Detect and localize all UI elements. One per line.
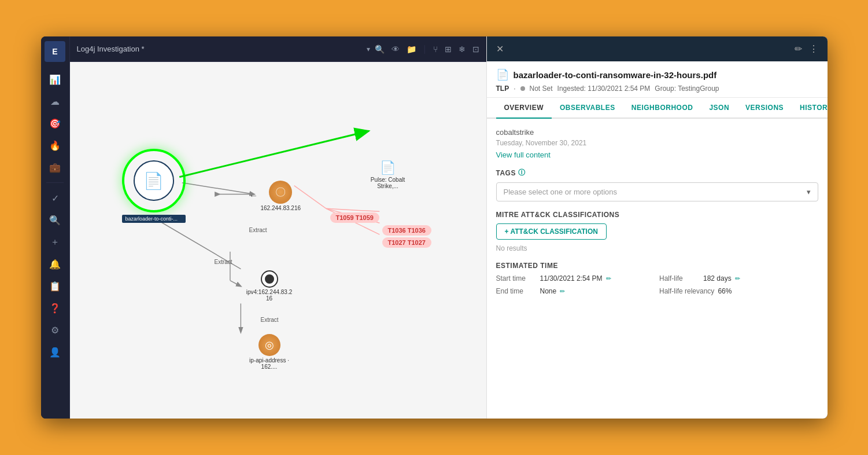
sidebar-item-bell[interactable]: 🔔: [46, 255, 64, 273]
view-full-link[interactable]: View full content: [496, 151, 551, 159]
start-time-val: 11/30/2021 2:54 PM: [540, 274, 603, 282]
sidebar-item-target[interactable]: 🎯: [46, 114, 64, 133]
sidebar-item-briefcase[interactable]: 💼: [46, 158, 64, 177]
panel-action-icons: ✏ ⋮: [795, 43, 818, 54]
pulse-label: Pulse: Cobalt Strike,...: [365, 177, 411, 189]
halflife-row: Half-life 182 days ✏: [659, 274, 818, 282]
panel-tabs: OVERVIEW OBSERVABLES NEIGHBORHOOD JSON V…: [487, 98, 828, 119]
sidebar-item-search[interactable]: 🔍: [46, 211, 64, 229]
main-node-label: bazarloader-to-conti-...: [122, 215, 186, 223]
no-results-text: No results: [496, 244, 818, 252]
end-time-edit-icon[interactable]: ✏: [560, 288, 565, 295]
tab-overview[interactable]: OVERVIEW: [496, 98, 552, 119]
content-date: Tuesday, November 30, 2021: [496, 139, 818, 147]
svg-line-10: [179, 131, 369, 177]
fingerprint-label-1: 162.244.83.216: [261, 205, 301, 211]
filename-text: bazarloader-to-conti-ransomware-in-32-ho…: [514, 70, 717, 80]
sidebar-item-gear[interactable]: ⚙: [46, 321, 64, 339]
ip-api-node[interactable]: ◎ ip-api-address · 162....: [246, 334, 293, 370]
svg-line-0: [182, 183, 254, 195]
extract-label-3: Extract: [261, 317, 279, 323]
fingerprint-icon-1: 〇: [269, 181, 292, 204]
sidebar-item-question[interactable]: ❓: [46, 299, 64, 317]
grid-icon[interactable]: ⊞: [445, 45, 452, 54]
chevron-down-icon: ▾: [807, 188, 811, 196]
search-icon[interactable]: 🔍: [375, 45, 385, 54]
estimated-time-label: Estimated time: [496, 262, 818, 270]
snowflake-icon[interactable]: ❄: [459, 45, 466, 54]
right-panel: ✕ ✏ ⋮ 📄 bazarloader-to-conti-ransomware-…: [486, 36, 828, 419]
mitre-section-label: MITRE ATT&CK classifications: [496, 211, 818, 219]
halflife-relevancy-val: 66%: [718, 287, 732, 295]
end-time-val: None: [540, 287, 557, 295]
sidebar-item-clipboard[interactable]: 📋: [46, 277, 64, 295]
end-time-key: End time: [496, 287, 537, 295]
halflife-edit-icon[interactable]: ✏: [735, 275, 740, 282]
tab-json[interactable]: JSON: [701, 98, 737, 119]
tab-versions[interactable]: VERSIONS: [737, 98, 792, 119]
arrow-indicator: ←: [249, 190, 258, 201]
expand-icon[interactable]: ⊡: [472, 45, 479, 54]
svg-line-4: [230, 281, 240, 287]
content-preview: cobaltstrike: [496, 128, 818, 137]
ip-api-icon: ◎: [258, 334, 280, 356]
pulse-node[interactable]: 📄 Pulse: Cobalt Strike,...: [365, 160, 411, 189]
extract-label-2: Extract: [215, 259, 232, 265]
tab-history[interactable]: HISTORY: [792, 98, 827, 119]
panel-meta: TLP · Not Set Ingested: 11/30/2021 2:54 …: [496, 85, 818, 93]
fork-icon[interactable]: ⑂: [433, 45, 438, 54]
sidebar-logo: E: [45, 41, 65, 62]
start-time-edit-icon[interactable]: ✏: [606, 275, 611, 282]
time-grid: Start time 11/30/2021 2:54 PM ✏ Half-lif…: [496, 274, 818, 295]
halflife-relevancy-row: Half-life relevancy 66%: [659, 287, 818, 295]
sidebar-item-cloud[interactable]: ☁: [46, 92, 64, 111]
graph-area[interactable]: 📄 bazarloader-to-conti-... 〇 162.244.83.…: [70, 62, 486, 419]
sidebar-item-check[interactable]: ✓: [46, 189, 64, 207]
main-content: Log4j Investigation * ▾ 🔍 👁 📁 | ⑂ ⊞ ❄ ⊡: [70, 36, 486, 419]
badge-t1036a[interactable]: T1036 T1036: [382, 225, 431, 236]
panel-close-button[interactable]: ✕: [496, 43, 504, 54]
estimated-time-section: Estimated time Start time 11/30/2021 2:5…: [496, 262, 818, 295]
panel-more-icon[interactable]: ⋮: [809, 43, 818, 54]
main-node-ring: 📄: [122, 149, 186, 212]
eye-icon[interactable]: 👁: [391, 45, 400, 54]
topbar-dropdown[interactable]: ▾: [367, 45, 370, 53]
ipv4-node[interactable]: ipv4:162.244.83.216: [246, 270, 293, 302]
folder-icon[interactable]: 📁: [407, 45, 416, 54]
main-node[interactable]: 📄 bazarloader-to-conti-...: [122, 149, 186, 223]
halflife-relevancy-key: Half-life relevancy: [659, 287, 714, 295]
end-time-row: End time None ✏: [496, 287, 655, 295]
tags-section-label: Tags ⓘ: [496, 168, 818, 178]
topbar-icons: 🔍 👁 📁 | ⑂ ⊞ ❄ ⊡: [375, 44, 479, 54]
sidebar-item-plus[interactable]: ＋: [46, 233, 64, 251]
panel-body: cobaltstrike Tuesday, November 30, 2021 …: [487, 119, 828, 419]
group-text: Group: TestingGroup: [655, 85, 719, 93]
panel-title-section: 📄 bazarloader-to-conti-ransomware-in-32-…: [487, 61, 828, 98]
sidebar-item-charts[interactable]: 📊: [46, 70, 64, 89]
tab-neighborhood[interactable]: NEIGHBORHOOD: [623, 98, 701, 119]
file-icon: 📄: [496, 68, 509, 81]
halflife-val: 182 days: [703, 274, 732, 282]
start-time-key: Start time: [496, 274, 537, 282]
badge-t1059a[interactable]: T1059 T1059: [330, 212, 379, 223]
extract-label-1: Extract: [249, 227, 267, 233]
ingested-text: Ingested: 11/30/2021 2:54 PM: [557, 85, 651, 93]
tab-observables[interactable]: OBSERVABLES: [552, 98, 623, 119]
badge-t1027a[interactable]: T1027 T1027: [382, 237, 431, 248]
sidebar: E 📊 ☁ 🎯 🔥 💼 ✓ 🔍 ＋ 🔔 📋 ❓ ⚙ 👤: [41, 36, 70, 419]
tags-info-icon[interactable]: ⓘ: [518, 168, 526, 178]
tlp-label: TLP: [496, 85, 509, 93]
panel-header: ✕ ✏ ⋮: [487, 36, 828, 61]
mitre-classification-button[interactable]: + ATT&CK CLASSIFICATION: [496, 223, 607, 240]
fingerprint-node-1[interactable]: 〇 162.244.83.216: [261, 181, 301, 211]
topbar: Log4j Investigation * ▾ 🔍 👁 📁 | ⑂ ⊞ ❄ ⊡: [70, 36, 486, 62]
sidebar-item-flame[interactable]: 🔥: [46, 136, 64, 155]
tags-select[interactable]: Please select one or more options ▾: [496, 182, 818, 201]
sidebar-item-user[interactable]: 👤: [46, 343, 64, 361]
mitre-section: MITRE ATT&CK classifications + ATT&CK CL…: [496, 211, 818, 252]
panel-edit-icon[interactable]: ✏: [795, 43, 802, 54]
start-time-row: Start time 11/30/2021 2:54 PM ✏: [496, 274, 655, 282]
panel-filename: 📄 bazarloader-to-conti-ransomware-in-32-…: [496, 68, 818, 81]
separator: ·: [514, 85, 515, 93]
halflife-key: Half-life: [659, 274, 700, 282]
